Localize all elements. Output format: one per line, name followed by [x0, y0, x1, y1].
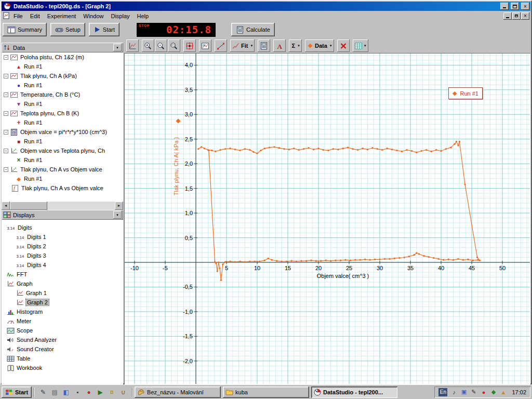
display-item-graph-1[interactable]: Graph 1 — [2, 288, 123, 298]
remove-button[interactable] — [337, 39, 350, 52]
display-item-digits-2[interactable]: 3.14Digits 2 — [2, 242, 123, 251]
slope-tool-button[interactable] — [215, 39, 227, 52]
volume-icon[interactable]: ♪ — [450, 388, 458, 396]
collapse-icon[interactable]: - — [4, 167, 8, 172]
graph-display[interactable]: -10-55101520253035404550-2,0-1,5-1,0-0,5… — [124, 53, 530, 384]
collapse-icon[interactable]: - — [4, 74, 8, 78]
keyboard-layout-indicator[interactable]: En — [438, 388, 447, 396]
calculator-tool-button[interactable] — [258, 39, 270, 52]
title-bar[interactable]: DataStudio - tepl200g.ds - [Graph 2] × — [2, 2, 530, 11]
data-panel-header[interactable]: Data ▼ — [2, 43, 123, 52]
display-item-digits-3[interactable]: 3.14Digits 3 — [2, 251, 123, 260]
data-source-item[interactable]: -Teplota plynu, Ch B (K) — [2, 109, 123, 118]
graph-document-icon[interactable] — [3, 12, 10, 20]
scale-to-fit-button[interactable] — [126, 39, 139, 52]
chart[interactable]: -10-55101520253035404550-2,0-1,5-1,0-0,5… — [125, 54, 530, 384]
pen-icon[interactable]: ✎ — [38, 388, 48, 397]
data-source-item[interactable]: -Temperature, Ch B (°C) — [2, 90, 123, 99]
menu-help[interactable]: Help — [134, 12, 153, 20]
run-item[interactable]: ●Run #1 — [2, 81, 123, 90]
text-annotation-button[interactable]: A — [273, 39, 286, 52]
display-item-graph-2[interactable]: Graph 2 — [2, 298, 123, 307]
data-menu-button[interactable]: Data▼ — [305, 39, 334, 52]
mdi-minimize-button[interactable] — [503, 12, 512, 20]
display-item-scope[interactable]: Scope — [2, 326, 123, 335]
collapse-icon[interactable]: - — [4, 130, 8, 135]
messenger-icon[interactable]: ▲ — [499, 388, 507, 396]
zoom-select-button[interactable] — [168, 39, 180, 52]
displays-panel-header[interactable]: Displays ▼ — [2, 210, 123, 220]
start-menu-button[interactable]: Start — [2, 387, 32, 398]
maximize-button[interactable] — [511, 3, 519, 10]
minimize-button[interactable] — [500, 3, 509, 10]
display-item-digits[interactable]: 3.14Digits — [2, 223, 123, 232]
run-item[interactable]: ◆Run #1 — [2, 174, 123, 183]
data-source-item[interactable]: -Tlak plynu, Ch A (kPa) — [2, 71, 123, 81]
coffee-cup-icon[interactable]: ∪ — [118, 388, 128, 397]
display-item-meter[interactable]: Meter — [2, 316, 123, 326]
zoom-out-button[interactable] — [155, 39, 167, 52]
display-item-digits-4[interactable]: 3.14Digits 4 — [2, 260, 123, 270]
display-item-graph[interactable]: Graph — [2, 279, 123, 288]
menu-display[interactable]: Display — [107, 12, 133, 20]
collapse-icon[interactable]: - — [4, 92, 8, 97]
displays-panel-menu-button[interactable]: ▼ — [113, 211, 122, 219]
taskbar-clock[interactable]: 17:02 — [512, 389, 526, 395]
display-item-sound-creator[interactable]: ♪Sound Creator — [2, 344, 123, 354]
display-item-workbook[interactable]: Workbook — [2, 363, 123, 373]
data-tree-hscrollbar[interactable]: ◄ ► — [2, 202, 123, 210]
antivirus-icon[interactable]: ● — [480, 388, 487, 396]
scroll-left-button[interactable]: ◄ — [2, 202, 10, 210]
display-item-histogram[interactable]: Histogram — [2, 307, 123, 316]
task-button-folder[interactable]: kuba — [223, 387, 309, 398]
run-item[interactable]: ▼Run #1 — [2, 99, 123, 109]
collapse-icon[interactable]: - — [4, 111, 8, 116]
floppy-disk-icon[interactable]: ▪ — [73, 388, 82, 397]
display-item-fft[interactable]: FFT — [2, 270, 123, 279]
collapse-icon[interactable]: - — [4, 55, 8, 60]
tablet-pen-icon[interactable]: ✎ — [470, 388, 477, 396]
mdi-close-button[interactable]: × — [521, 12, 529, 20]
calculate-button[interactable]: Calculate — [231, 23, 275, 36]
display-settings-icon[interactable]: ▣ — [460, 388, 468, 396]
scrollbar-thumb[interactable] — [10, 202, 47, 210]
menu-window[interactable]: Window — [79, 12, 107, 20]
data-source-item[interactable]: -Objem valce = pi*r*r*y*100 (cm^3) — [2, 127, 123, 137]
display-item-digits-1[interactable]: 3.14Digits 1 — [2, 232, 123, 242]
menu-experiment[interactable]: Experiment — [44, 12, 80, 20]
mdi-restore-button[interactable] — [512, 12, 521, 20]
scheduler-icon[interactable]: ◆ — [489, 388, 497, 396]
data-source-item[interactable]: -Objem valce vs Teplota plynu, Ch — [2, 146, 123, 155]
run-item[interactable]: ■Run #1 — [2, 137, 123, 146]
fit-menu-button[interactable]: Fit▼ — [230, 39, 255, 52]
display-item-table[interactable]: Table — [2, 354, 123, 363]
data-panel-menu-button[interactable]: ▼ — [113, 44, 122, 51]
menu-edit[interactable]: Edit — [26, 12, 44, 20]
run-item[interactable]: +Run #1 — [2, 118, 123, 127]
document-icon[interactable]: ▤ — [50, 388, 59, 397]
scroll-right-button[interactable]: ► — [115, 202, 123, 210]
run-item[interactable]: ×Run #1 — [2, 155, 123, 165]
run-item[interactable]: ▲Run #1 — [2, 62, 123, 71]
globe-icon[interactable]: ● — [84, 388, 94, 397]
data-source-item[interactable]: -Poloha pistu, Ch 1&2 (m) — [2, 52, 123, 62]
media-player-icon[interactable]: ▶ — [96, 388, 105, 397]
summary-button[interactable]: Summary — [3, 23, 47, 36]
menu-file[interactable]: File — [10, 12, 26, 20]
graph-settings-button[interactable]: ▼ — [353, 39, 368, 52]
start-button[interactable]: Start — [89, 23, 119, 36]
zoom-in-button[interactable] — [142, 39, 154, 52]
data-source-item[interactable]: fTlak plynu, Ch A vs Objem valce — [2, 183, 123, 193]
data-source-item[interactable]: -Tlak plynu, Ch A vs Objem valce — [2, 165, 123, 174]
smart-tool-button[interactable] — [183, 39, 196, 52]
task-button-datastudio[interactable]: DataStudio - tepl200... — [311, 387, 397, 398]
setup-button[interactable]: Setup — [50, 23, 85, 36]
legend[interactable]: ◆ Run #1 — [448, 87, 483, 99]
close-button[interactable]: × — [521, 3, 529, 10]
statistics-menu-button[interactable]: Σ▼ — [289, 39, 302, 52]
collapse-icon[interactable]: - — [4, 149, 8, 153]
show-data-button[interactable] — [199, 39, 211, 52]
key-icon[interactable]: ¤ — [107, 388, 116, 397]
display-item-sound-analyzer[interactable]: Sound Analyzer — [2, 335, 123, 344]
paint-tool-icon[interactable]: ◧ — [61, 388, 71, 397]
